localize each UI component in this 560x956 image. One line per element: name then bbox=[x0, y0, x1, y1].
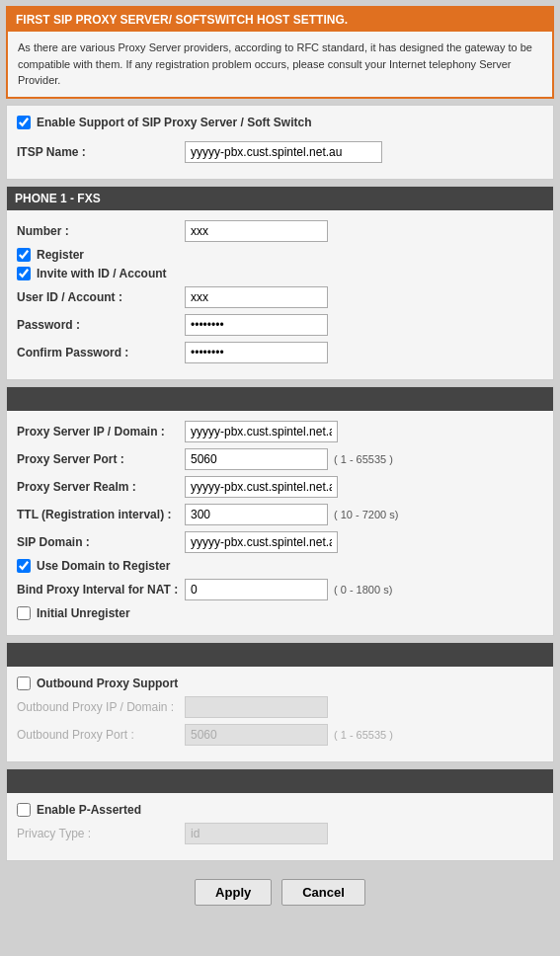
outbound-support-checkbox[interactable] bbox=[17, 677, 31, 690]
bind-proxy-row: Bind Proxy Interval for NAT : ( 0 - 1800… bbox=[7, 579, 553, 600]
number-input[interactable] bbox=[185, 220, 328, 242]
invite-label: Invite with ID / Account bbox=[37, 267, 167, 280]
sip-domain-row: SIP Domain : bbox=[7, 531, 553, 553]
header-section: FIRST SIP PROXY SERVER/ SOFTSWITCH HOST … bbox=[6, 6, 554, 99]
outbound-support-label: Outbound Proxy Support bbox=[37, 677, 178, 690]
invite-checkbox[interactable] bbox=[17, 267, 31, 280]
enable-passerted-checkbox[interactable] bbox=[17, 803, 31, 817]
invite-row: Invite with ID / Account bbox=[7, 267, 553, 280]
outbound-port-input[interactable] bbox=[185, 724, 328, 746]
p-asserted-header bbox=[7, 769, 553, 793]
outbound-ip-input[interactable] bbox=[185, 696, 328, 718]
proxy-port-row: Proxy Server Port : ( 1 - 65535 ) bbox=[7, 448, 553, 470]
cancel-button[interactable]: Cancel bbox=[281, 879, 365, 906]
register-label: Register bbox=[37, 248, 84, 262]
privacy-type-row: Privacy Type : bbox=[7, 823, 553, 844]
proxy-port-label: Proxy Server Port : bbox=[17, 452, 185, 466]
outbound-port-row: Outbound Proxy Port : ( 1 - 65535 ) bbox=[7, 724, 553, 746]
sip-proxy-panel: Enable Support of SIP Proxy Server / Sof… bbox=[6, 105, 554, 180]
itsp-input[interactable] bbox=[185, 141, 382, 163]
password-row: Password : bbox=[7, 314, 553, 336]
bind-proxy-hint: ( 0 - 1800 s) bbox=[334, 584, 392, 596]
button-row: Apply Cancel bbox=[0, 867, 560, 917]
phone1-section-header: PHONE 1 - FXS bbox=[7, 187, 553, 210]
proxy-realm-input[interactable] bbox=[185, 476, 338, 498]
outbound-ip-label: Outbound Proxy IP / Domain : bbox=[17, 700, 185, 714]
apply-button[interactable]: Apply bbox=[195, 879, 272, 906]
header-description: As there are various Proxy Server provid… bbox=[8, 32, 552, 97]
sip-domain-label: SIP Domain : bbox=[17, 535, 185, 549]
enable-sip-checkbox[interactable] bbox=[17, 116, 31, 129]
use-domain-checkbox[interactable] bbox=[17, 559, 31, 573]
confirm-label: Confirm Password : bbox=[17, 346, 185, 359]
ttl-input[interactable] bbox=[185, 504, 328, 525]
bind-proxy-label: Bind Proxy Interval for NAT : bbox=[17, 583, 185, 597]
userid-row: User ID / Account : bbox=[7, 286, 553, 308]
proxy-port-input[interactable] bbox=[185, 448, 328, 470]
userid-input[interactable] bbox=[185, 286, 328, 308]
use-domain-label: Use Domain to Register bbox=[37, 559, 170, 573]
outbound-port-hint: ( 1 - 65535 ) bbox=[334, 729, 393, 741]
proxy-ip-row: Proxy Server IP / Domain : bbox=[7, 421, 553, 442]
sip-domain-input[interactable] bbox=[185, 531, 338, 553]
outbound-ip-row: Outbound Proxy IP / Domain : bbox=[7, 696, 553, 718]
proxy-port-hint: ( 1 - 65535 ) bbox=[334, 453, 393, 465]
password-label: Password : bbox=[17, 318, 185, 332]
enable-sip-row: Enable Support of SIP Proxy Server / Sof… bbox=[7, 106, 553, 135]
proxy-settings-header bbox=[7, 387, 553, 411]
ttl-label: TTL (Registration interval) : bbox=[17, 508, 185, 521]
outbound-port-label: Outbound Proxy Port : bbox=[17, 728, 185, 742]
enable-passerted-row: Enable P-Asserted bbox=[7, 803, 553, 817]
initial-unreg-checkbox[interactable] bbox=[17, 606, 31, 620]
page-wrapper: FIRST SIP PROXY SERVER/ SOFTSWITCH HOST … bbox=[0, 6, 560, 917]
register-checkbox[interactable] bbox=[17, 248, 31, 262]
use-domain-row: Use Domain to Register bbox=[7, 559, 553, 573]
itsp-row: ITSP Name : bbox=[7, 141, 553, 163]
enable-sip-label: Enable Support of SIP Proxy Server / Sof… bbox=[37, 116, 312, 129]
privacy-type-input[interactable] bbox=[185, 823, 328, 844]
p-asserted-panel: Enable P-Asserted Privacy Type : bbox=[6, 768, 554, 861]
proxy-realm-label: Proxy Server Realm : bbox=[17, 480, 185, 494]
itsp-label: ITSP Name : bbox=[17, 145, 185, 159]
enable-passerted-label: Enable P-Asserted bbox=[37, 803, 141, 817]
initial-unreg-row: Initial Unregister bbox=[7, 606, 553, 620]
proxy-ip-input[interactable] bbox=[185, 421, 338, 442]
confirm-input[interactable] bbox=[185, 342, 328, 363]
proxy-realm-row: Proxy Server Realm : bbox=[7, 476, 553, 498]
number-label: Number : bbox=[17, 224, 185, 238]
number-row: Number : bbox=[7, 220, 553, 242]
outbound-proxy-panel: Outbound Proxy Support Outbound Proxy IP… bbox=[6, 642, 554, 762]
privacy-type-label: Privacy Type : bbox=[17, 827, 185, 840]
header-title: FIRST SIP PROXY SERVER/ SOFTSWITCH HOST … bbox=[8, 8, 552, 32]
initial-unreg-label: Initial Unregister bbox=[37, 606, 130, 620]
outbound-support-row: Outbound Proxy Support bbox=[7, 677, 553, 690]
ttl-hint: ( 10 - 7200 s) bbox=[334, 509, 398, 520]
confirm-password-row: Confirm Password : bbox=[7, 342, 553, 363]
proxy-settings-panel: Proxy Server IP / Domain : Proxy Server … bbox=[6, 386, 554, 636]
password-input[interactable] bbox=[185, 314, 328, 336]
bind-proxy-input[interactable] bbox=[185, 579, 328, 600]
proxy-ip-label: Proxy Server IP / Domain : bbox=[17, 425, 185, 438]
outbound-header bbox=[7, 643, 553, 667]
phone1-panel: PHONE 1 - FXS Number : Register Invite w… bbox=[6, 186, 554, 380]
ttl-row: TTL (Registration interval) : ( 10 - 720… bbox=[7, 504, 553, 525]
register-row: Register bbox=[7, 248, 553, 262]
userid-label: User ID / Account : bbox=[17, 290, 185, 304]
